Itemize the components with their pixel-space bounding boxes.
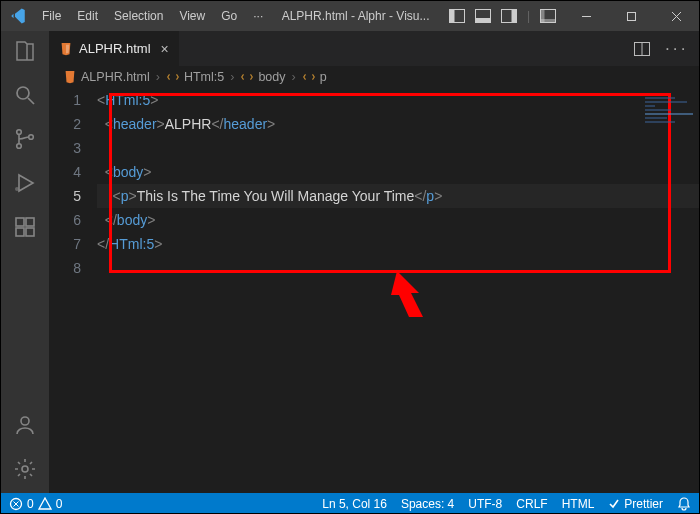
status-language[interactable]: HTML [562,497,595,511]
code-line[interactable]: </body> [97,208,699,232]
svg-rect-21 [16,228,24,236]
svg-rect-20 [26,218,34,226]
status-warnings-count: 0 [56,497,63,511]
status-bar: 0 0 Ln 5, Col 16 Spaces: 4 UTF-8 CRLF HT… [1,493,699,514]
explorer-icon[interactable] [13,39,37,63]
svg-point-18 [15,187,19,191]
code-line[interactable] [97,136,699,160]
minimize-button[interactable] [564,1,609,31]
vscode-logo-icon [1,7,35,25]
menu-selection[interactable]: Selection [107,5,170,27]
window-controls [564,1,699,31]
tab-alphr-html[interactable]: ALPHR.html × [49,31,180,66]
svg-rect-8 [541,19,556,23]
menu-more[interactable]: ··· [246,5,270,27]
status-formatter[interactable]: Prettier [608,497,663,511]
layout-customize-icon[interactable] [540,9,556,23]
code-lines[interactable]: <HTml:5> <header>ALPHR</header> <body> <… [97,88,699,280]
close-button[interactable] [654,1,699,31]
breadcrumb-symbol-icon [166,70,180,84]
code-line[interactable] [97,256,699,280]
svg-point-16 [17,144,22,149]
title-bar: File Edit Selection View Go ··· ALPHR.ht… [1,1,699,31]
status-errors[interactable]: 0 0 [9,497,62,511]
breadcrumb-root[interactable]: HTml:5 [184,70,224,84]
svg-rect-22 [26,228,34,236]
tab-bar: ALPHR.html × ··· [49,31,699,66]
menu-go[interactable]: Go [214,5,244,27]
status-indentation[interactable]: Spaces: 4 [401,497,454,511]
editor-layout-icons: | [441,9,564,23]
search-icon[interactable] [13,83,37,107]
layout-panel-left-icon[interactable] [449,9,465,23]
breadcrumb-p[interactable]: p [320,70,327,84]
split-editor-icon[interactable] [634,42,650,56]
code-line[interactable]: </HTml:5> [97,232,699,256]
svg-point-17 [29,135,34,140]
html-file-icon [59,42,73,56]
breadcrumb-body[interactable]: body [258,70,285,84]
activity-bar [1,31,49,493]
extensions-icon[interactable] [13,215,37,239]
svg-point-15 [17,130,22,135]
layout-panel-bottom-icon[interactable] [475,9,491,23]
code-line[interactable]: <HTml:5> [97,88,699,112]
breadcrumb-symbol-icon [240,70,254,84]
breadcrumb-file-icon [63,70,77,84]
more-actions-icon[interactable]: ··· [664,41,687,56]
breadcrumbs[interactable]: ALPHR.html › HTml:5 › body › p [49,66,699,88]
run-debug-icon[interactable] [13,171,37,195]
svg-rect-1 [449,10,454,23]
code-line[interactable]: <p>This Is The Time You Will Manage Your… [97,184,699,208]
tab-close-icon[interactable]: × [157,42,169,56]
svg-rect-10 [628,12,636,20]
status-notifications-icon[interactable] [677,497,691,511]
svg-rect-5 [511,10,516,23]
settings-gear-icon[interactable] [13,457,37,481]
source-control-icon[interactable] [13,127,37,151]
svg-point-24 [22,466,28,472]
svg-point-23 [21,417,29,425]
svg-rect-19 [16,218,24,226]
breadcrumb-symbol-icon [302,70,316,84]
menu-view[interactable]: View [172,5,212,27]
minimap[interactable] [645,97,695,157]
status-encoding[interactable]: UTF-8 [468,497,502,511]
menu-file[interactable]: File [35,5,68,27]
window-title: ALPHR.html - Alphr - Visu... [270,9,441,23]
line-number-gutter: 12345678 [49,88,97,493]
status-formatter-label: Prettier [624,497,663,511]
svg-rect-3 [475,18,490,23]
status-eol[interactable]: CRLF [516,497,547,511]
code-line[interactable]: <header>ALPHR</header> [97,112,699,136]
code-line[interactable]: <body> [97,160,699,184]
layout-panel-right-icon[interactable] [501,9,517,23]
breadcrumb-file[interactable]: ALPHR.html [81,70,150,84]
svg-point-13 [17,87,29,99]
accounts-icon[interactable] [13,413,37,437]
svg-line-14 [28,98,34,104]
maximize-button[interactable] [609,1,654,31]
menu-edit[interactable]: Edit [70,5,105,27]
tab-label: ALPHR.html [79,41,151,56]
editor-area: ALPHR.html × ··· ALPHR.html › HTml:5 › b… [49,31,699,493]
status-errors-count: 0 [27,497,34,511]
status-cursor-position[interactable]: Ln 5, Col 16 [322,497,387,511]
code-editor[interactable]: 12345678 <HTml:5> <header>ALPHR</header>… [49,88,699,493]
menu-bar: File Edit Selection View Go ··· [35,5,270,27]
